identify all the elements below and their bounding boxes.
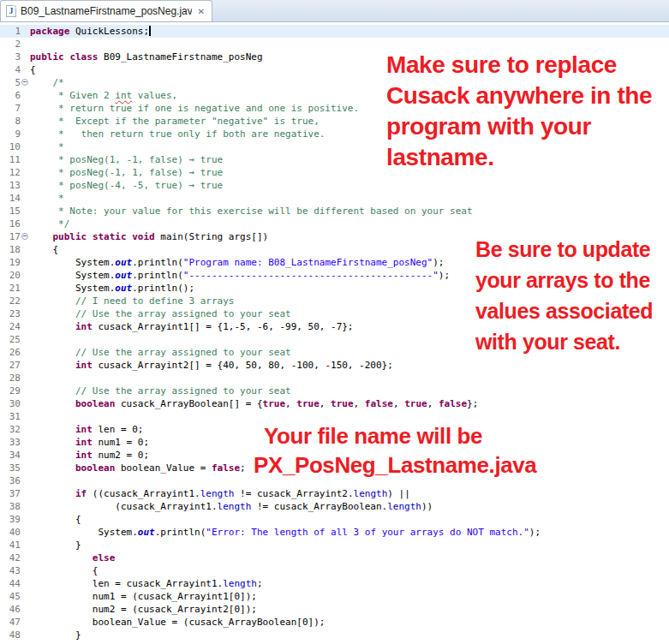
code-line[interactable]: 29 // Use the array assigned to your sea…	[0, 385, 669, 397]
fold-column	[21, 269, 30, 282]
code-line[interactable]: 47 boolean_Value = (cusack_ArrayBoolean[…	[0, 616, 669, 629]
fold-column	[21, 539, 30, 552]
code-text: * Given 2 int values,	[30, 89, 177, 102]
code-text: /*	[30, 76, 64, 89]
code-text: {	[30, 513, 81, 526]
fold-column	[21, 564, 30, 577]
line-number: 25	[0, 333, 21, 346]
code-line[interactable]: 43 {	[0, 564, 669, 577]
code-line[interactable]: 13 * posNeg(-4, -5, true) → true	[0, 179, 669, 192]
code-line[interactable]: 46 num2 = (cusack_Arrayint2[0]);	[0, 603, 669, 616]
line-number: 19	[0, 256, 21, 269]
annotation-line: with your seat.	[475, 326, 653, 357]
fold-collapse-icon[interactable]	[21, 233, 28, 240]
code-text: public static void main(String args[])	[30, 230, 268, 243]
code-text: int len = 0;	[30, 423, 143, 436]
code-line[interactable]: 39 {	[0, 513, 669, 526]
code-line[interactable]: 1package QuickLessons;	[0, 25, 669, 38]
line-number: 23	[0, 307, 21, 320]
annotation-line: lastname.	[386, 142, 652, 173]
fold-column	[21, 423, 30, 436]
fold-column	[21, 205, 30, 218]
fold-column	[21, 590, 30, 603]
code-line[interactable]: 27 int cusack_Arrayint2[] = {40, 50, 80,…	[0, 359, 669, 372]
tab-title: B09_LastnameFirstname_posNeg.java	[21, 5, 192, 17]
annotation-line: your arrays to the	[475, 265, 653, 295]
code-text: *	[30, 140, 64, 153]
line-number: 48	[0, 629, 21, 641]
code-text: System.out.println();	[30, 282, 194, 295]
line-number: 44	[0, 577, 21, 590]
fold-column	[21, 629, 30, 641]
code-text: System.out.println("--------------------…	[30, 269, 450, 282]
line-number: 22	[0, 295, 21, 307]
fold-column	[21, 526, 30, 539]
code-line[interactable]: 2	[0, 38, 669, 51]
code-line[interactable]: 37 if ((cusack_Arrayint1.length != cusac…	[0, 487, 669, 500]
annotation-filename-line1: Your file name will be	[264, 421, 482, 450]
fold-collapse-icon[interactable]	[21, 79, 28, 86]
annotation-filename-line2: PX_PosNeg_Lastname.java	[254, 450, 536, 480]
fold-column	[21, 513, 30, 526]
line-number: 2	[0, 38, 21, 51]
line-number: 3	[0, 51, 21, 63]
line-number: 32	[0, 423, 21, 436]
fold-column	[21, 243, 30, 256]
code-line[interactable]: 45 num1 = (cusack_Arrayint1[0]);	[0, 590, 669, 603]
line-number: 5	[0, 76, 21, 89]
fold-column	[21, 192, 30, 205]
code-line[interactable]: 48 }	[0, 629, 669, 641]
code-text: * then return true only if both are nega…	[30, 128, 325, 140]
code-text: * posNeg(-1, 1, false) → true	[30, 166, 223, 179]
line-number: 46	[0, 603, 21, 616]
editor-tab-bar: J B09_LastnameFirstname_posNeg.java ✕	[0, 0, 669, 22]
close-icon[interactable]: ✕	[196, 6, 206, 17]
line-number: 45	[0, 590, 21, 603]
code-line[interactable]: 38 (cusack_Arrayint1.length != cusack_Ar…	[0, 500, 669, 513]
fold-column	[21, 333, 30, 346]
code-line[interactable]: 44 len = cusack_Arrayint1.length;	[0, 577, 669, 590]
fold-column	[21, 385, 30, 397]
code-text: if ((cusack_Arrayint1.length != cusack_A…	[30, 487, 410, 500]
code-text: boolean_Value = (cusack_ArrayBoolean[0])…	[30, 616, 325, 629]
annotation-line: program with your	[386, 111, 652, 142]
code-text: }	[30, 539, 81, 552]
line-number: 8	[0, 115, 21, 128]
fold-column	[21, 51, 30, 63]
code-text: int num2 = 0;	[30, 449, 149, 462]
line-number: 9	[0, 128, 21, 140]
line-number: 16	[0, 218, 21, 230]
fold-column	[21, 115, 30, 128]
code-line[interactable]: 40 System.out.println("Error: The length…	[0, 526, 669, 539]
code-line[interactable]: 15 * Note: your value for this exercise …	[0, 205, 669, 218]
code-line[interactable]: 42 else	[0, 552, 669, 564]
fold-column	[21, 462, 30, 474]
code-line[interactable]: 16 */	[0, 218, 669, 230]
line-number: 31	[0, 410, 21, 423]
fold-column	[21, 307, 30, 320]
code-line[interactable]: 41 }	[0, 539, 669, 552]
fold-column	[21, 397, 30, 410]
fold-column	[21, 76, 30, 89]
line-number: 7	[0, 102, 21, 115]
line-number: 18	[0, 243, 21, 256]
code-line[interactable]: 30 boolean cusack_ArrayBoolean[] = {true…	[0, 397, 669, 410]
line-number: 1	[0, 25, 21, 38]
fold-column	[21, 128, 30, 140]
code-line[interactable]: 28	[0, 372, 669, 385]
annotation-line: Be sure to update	[475, 234, 653, 265]
line-number: 21	[0, 282, 21, 295]
code-line[interactable]: 14 *	[0, 192, 669, 205]
code-text: // Use the array assigned to your seat	[30, 385, 291, 397]
fold-column	[21, 140, 30, 153]
line-number: 43	[0, 564, 21, 577]
code-text: // I need to define 3 arrays	[30, 295, 234, 307]
annotation-update-arrays: Be sure to updateyour arrays to thevalue…	[475, 234, 653, 357]
fold-column	[21, 256, 30, 269]
line-number: 47	[0, 616, 21, 629]
fold-column	[21, 616, 30, 629]
line-number: 35	[0, 462, 21, 474]
code-text: * posNeg(-4, -5, true) → true	[30, 179, 223, 192]
line-number: 26	[0, 346, 21, 359]
tab-b09-lastnamefirstname-posneg[interactable]: J B09_LastnameFirstname_posNeg.java ✕	[0, 0, 212, 21]
